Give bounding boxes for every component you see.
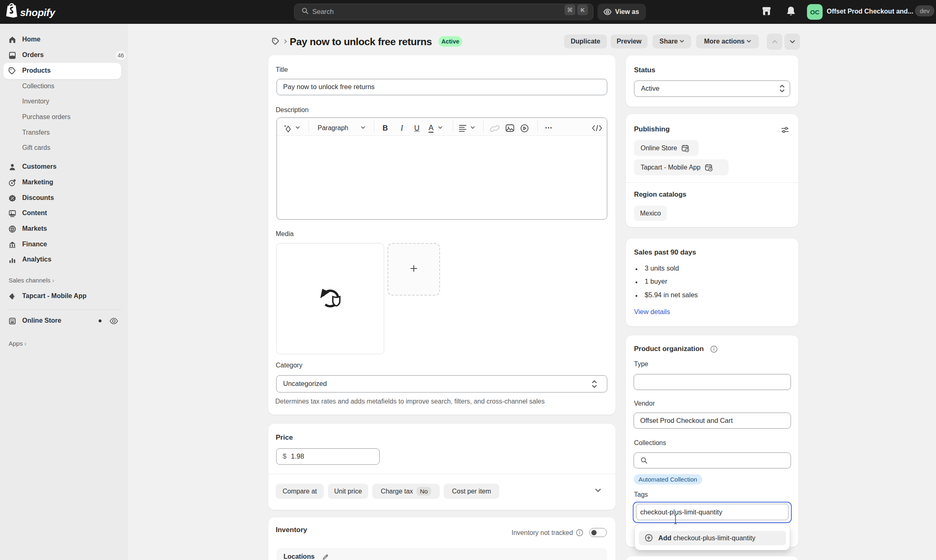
svg-text:shopify: shopify <box>20 7 56 18</box>
